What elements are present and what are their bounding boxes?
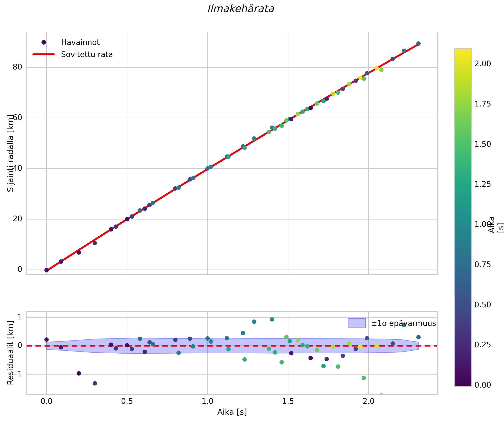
residual-point bbox=[305, 344, 310, 349]
observation-point bbox=[151, 201, 155, 205]
chart-title: Ilmakehärata bbox=[26, 3, 454, 14]
observation-point bbox=[114, 224, 118, 229]
residual-point bbox=[176, 350, 181, 355]
residual-point bbox=[151, 342, 155, 346]
colorbar-tick-label: 2.00 bbox=[474, 59, 491, 68]
x-tick-label: 1.0 bbox=[196, 397, 219, 405]
residual-point bbox=[309, 356, 313, 360]
observation-point bbox=[267, 130, 271, 134]
legend-top: Havainnot Sovitettu rata bbox=[32, 36, 113, 60]
observation-point bbox=[315, 101, 319, 106]
observation-point bbox=[331, 92, 335, 96]
observation-point bbox=[273, 126, 277, 131]
legend-label-fit: Sovitettu rata bbox=[56, 50, 113, 59]
observation-point bbox=[347, 82, 352, 86]
residual-point bbox=[284, 335, 289, 339]
colorbar-tick-label: 1.25 bbox=[474, 180, 491, 188]
residual-point bbox=[243, 357, 247, 362]
residual-point bbox=[315, 348, 319, 352]
residual-point bbox=[365, 336, 369, 340]
observation-point bbox=[416, 41, 421, 46]
scatter-marker-icon bbox=[42, 40, 46, 44]
y-tick-label-bottom: −1 bbox=[0, 369, 22, 378]
residual-point bbox=[138, 337, 142, 341]
observation-point bbox=[402, 49, 406, 53]
x-axis-label: Aika [s] bbox=[26, 407, 438, 417]
observation-point bbox=[353, 79, 358, 83]
x-tick-label: 1.5 bbox=[277, 397, 299, 405]
colorbar-tick-label: 0.25 bbox=[474, 340, 491, 349]
observation-point bbox=[336, 90, 340, 95]
position-plot-canvas bbox=[26, 32, 438, 275]
colorbar bbox=[454, 48, 472, 387]
y-tick-label-bottom: 1 bbox=[0, 312, 22, 321]
fit-line-icon bbox=[32, 53, 55, 55]
residual-point bbox=[205, 336, 210, 341]
observation-point bbox=[93, 241, 97, 245]
observation-point bbox=[309, 106, 313, 110]
colorbar-tick-label: 1.50 bbox=[474, 140, 491, 148]
legend-label-observations: Havainnot bbox=[56, 38, 100, 47]
residual-point bbox=[331, 344, 335, 349]
residual-point bbox=[226, 347, 231, 351]
observation-point bbox=[130, 214, 134, 218]
residual-point bbox=[296, 338, 300, 342]
observation-point bbox=[362, 76, 366, 81]
observation-point bbox=[138, 208, 142, 213]
residual-point bbox=[353, 347, 358, 351]
observation-point bbox=[279, 124, 284, 128]
residual-point bbox=[241, 331, 245, 335]
colorbar-tick-label: 1.75 bbox=[474, 100, 491, 108]
residual-point bbox=[270, 317, 274, 322]
residual-point bbox=[77, 371, 81, 376]
residual-point bbox=[289, 351, 293, 355]
x-tick-label: 0.5 bbox=[116, 397, 138, 405]
colorbar-tick-label: 1.00 bbox=[474, 220, 491, 229]
residual-point bbox=[347, 341, 352, 346]
residual-point bbox=[341, 354, 345, 358]
residual-point bbox=[336, 364, 340, 369]
observation-point bbox=[176, 185, 181, 190]
observation-point bbox=[379, 68, 384, 72]
residual-point bbox=[300, 343, 305, 347]
residual-point bbox=[362, 376, 366, 380]
residual-point bbox=[358, 344, 363, 349]
residual-point bbox=[279, 360, 284, 365]
observation-point bbox=[125, 217, 129, 221]
residual-point bbox=[114, 346, 118, 350]
x-tick-label: 0.0 bbox=[35, 397, 58, 405]
observation-point bbox=[296, 112, 300, 116]
residual-point bbox=[321, 364, 326, 368]
residual-point bbox=[390, 341, 395, 346]
residual-point bbox=[44, 337, 49, 342]
figure: Ilmakehärata Havainnot Sovitettu rata ±1… bbox=[0, 0, 504, 424]
observation-point bbox=[375, 66, 379, 70]
residual-point bbox=[143, 350, 147, 354]
observation-point bbox=[390, 57, 395, 61]
observation-point bbox=[59, 259, 63, 264]
observation-point bbox=[226, 154, 231, 159]
observation-point bbox=[341, 87, 345, 91]
residual-point bbox=[173, 338, 178, 342]
observation-point bbox=[44, 268, 49, 272]
y-tick-label-top: 20 bbox=[0, 214, 22, 223]
residual-point bbox=[375, 344, 379, 348]
position-plot bbox=[26, 32, 438, 275]
residual-point bbox=[208, 339, 213, 344]
colorbar-tick-label: 0.75 bbox=[474, 260, 491, 269]
colorbar-tick-label: 0.00 bbox=[474, 380, 491, 389]
y-tick-label-top: 40 bbox=[0, 164, 22, 172]
observation-point bbox=[208, 165, 213, 169]
residual-point bbox=[59, 345, 63, 349]
observation-point bbox=[324, 96, 329, 101]
x-tick-label: 2.0 bbox=[357, 397, 380, 405]
residual-point bbox=[191, 344, 195, 349]
residual-point bbox=[416, 335, 421, 339]
observation-point bbox=[243, 146, 247, 150]
colorbar-tick-label: 0.50 bbox=[474, 300, 491, 309]
observation-point bbox=[109, 227, 113, 232]
residual-point bbox=[324, 357, 329, 361]
residual-point bbox=[267, 346, 271, 351]
observation-point bbox=[191, 176, 195, 180]
observation-point bbox=[289, 117, 293, 121]
